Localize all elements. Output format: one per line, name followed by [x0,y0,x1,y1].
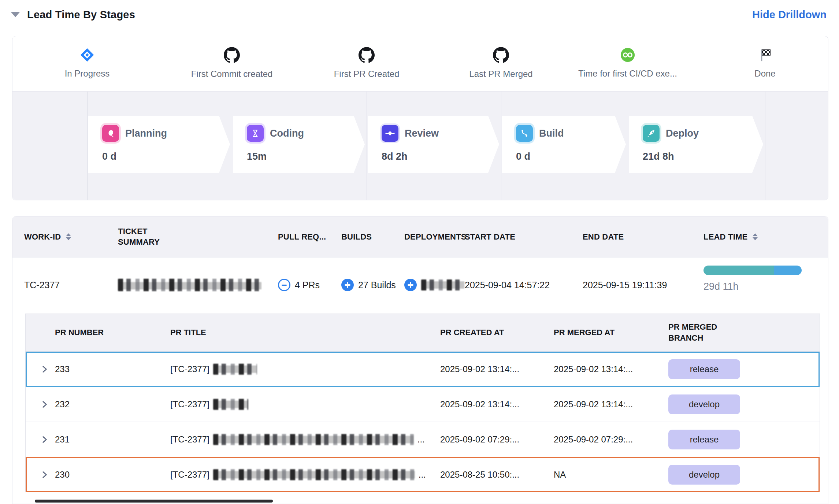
col-ticket-summary: TICKET SUMMARY [118,226,182,248]
milestone-first-pr: First PR Created [308,47,425,79]
rocket-icon [643,125,660,142]
stage-duration: 8d 2h [382,151,499,162]
pr-row-230[interactable]: 230 [TC-2377]... 2025-08-25 10:50:... NA… [26,457,820,492]
milestone-label: Last PR Merged [442,69,560,79]
pr-branch-cell: release [668,430,740,449]
milestone-label: Done [706,68,824,79]
horizontal-scrollbar-thumb[interactable] [35,500,273,503]
lead-time-value: 29d 11h [704,281,802,292]
hourglass-icon [247,125,264,142]
branch-badge: release [668,359,740,379]
stage-name: Review [405,128,439,139]
sort-icon[interactable] [66,233,71,240]
github-icon [358,47,375,63]
chevron-right-icon[interactable] [40,364,49,374]
build-icon [516,125,533,142]
col-pr-created-at: PR CREATED AT [440,328,504,337]
pr-branch-cell: develop [668,394,740,414]
col-pr-title: PR TITLE [170,328,206,337]
lead-bar-blue-segment [774,266,802,275]
milestone-label: First PR Created [308,69,425,79]
planning-icon [102,125,119,142]
stage-band: Planning 0 d Coding 15m Revi [12,91,828,200]
expand-deployments-icon[interactable] [404,279,417,291]
pr-created-at: 2025-08-25 10:50:... [440,470,519,480]
milestone-last-pr-merged: Last PR Merged [442,47,560,79]
milestone-label: First Commit created [173,69,290,79]
pr-row-233[interactable]: 233 [TC-2377] 2025-09-02 13:14:... 2025-… [26,352,820,387]
chevron-right-icon[interactable] [40,470,49,479]
stage-divider [628,92,628,200]
end-date: 2025-09-15 19:11:39 [583,280,667,290]
pr-created-at: 2025-09-02 13:14:... [440,399,519,410]
stage-divider [765,92,765,200]
pr-merged-at: 2025-09-02 13:14:... [554,399,633,410]
github-icon [493,47,509,63]
lead-time-drilldown-panel: Lead Time By Stages Hide Drilldown In Pr… [0,0,839,504]
review-icon [382,125,398,142]
work-items-table: WORK-ID TICKET SUMMARY PULL REQ... BUILD… [12,216,828,504]
pr-title: [TC-2377] [170,364,261,375]
stage-divider [367,92,367,200]
stage-duration: 15m [247,151,365,162]
pr-number: 230 [55,470,70,480]
work-id: TC-2377 [24,280,60,290]
pr-created-at: 2025-09-02 07:29:... [440,434,519,445]
milestone-cicd: Time for first CI/CD exe... [569,47,686,79]
branch-badge: develop [668,394,740,414]
pr-number: 232 [55,399,70,410]
stage-divider [232,92,232,200]
stage-deploy: Deploy 21d 8h [629,116,763,173]
stage-name: Coding [270,128,304,139]
pr-row-231[interactable]: 231 [TC-2377]... 2025-09-02 07:29:... 20… [26,422,820,457]
checkered-flag-icon [757,47,773,63]
milestone-done: Done [706,47,824,79]
milestone-label: In Progress [29,68,146,79]
branch-badge: develop [668,465,740,485]
stage-duration: 0 d [102,151,230,162]
col-pr-number: PR NUMBER [55,328,104,337]
cicd-icon [619,47,636,63]
lead-bar-teal-segment [704,266,774,275]
ticket-summary-redacted [118,279,261,291]
milestone-in-progress: In Progress [29,47,146,79]
col-work-id[interactable]: WORK-ID [24,232,71,242]
chevron-right-icon[interactable] [40,400,49,409]
deployments-redacted [421,279,464,290]
collapse-triangle-icon[interactable] [11,12,20,17]
stage-duration: 0 d [516,151,626,162]
pr-branch-cell: release [668,359,740,379]
milestone-label: Time for first CI/CD exe... [569,68,686,79]
pull-requests-toggle[interactable]: 4 PRs [278,279,320,291]
pr-merged-at: NA [554,470,566,480]
chevron-right-icon[interactable] [40,435,49,444]
pr-row-232[interactable]: 232 [TC-2377] 2025-09-02 13:14:... 2025-… [26,387,820,422]
pr-table-header: PR NUMBER PR TITLE PR CREATED AT PR MERG… [26,314,820,352]
pr-merged-at: 2025-09-02 13:14:... [554,364,633,374]
lead-time-cell: 29d 11h [704,266,802,292]
pr-table: PR NUMBER PR TITLE PR CREATED AT PR MERG… [25,314,820,492]
stage-name: Planning [125,128,167,139]
stage-divider [87,92,88,200]
pr-title-redacted [213,434,414,445]
pr-title-redacted [213,364,257,375]
stage-build: Build 0 d [502,116,626,173]
col-deployments: DEPLOYMENTS [404,232,467,242]
sort-icon[interactable] [753,233,758,240]
col-lead-time[interactable]: LEAD TIME [704,232,758,242]
pr-merged-at: 2025-09-02 07:29:... [554,434,633,445]
expand-builds-icon[interactable] [341,279,354,291]
deployments-toggle[interactable] [404,279,464,291]
hide-drilldown-link[interactable]: Hide Drilldown [752,9,827,21]
col-pr-merged-at: PR MERGED AT [554,328,615,337]
builds-toggle[interactable]: 27 Builds [341,279,396,291]
stage-review: Review 8d 2h [368,116,499,173]
branch-badge: release [668,430,740,449]
lead-time-bar [704,266,802,275]
collapse-prs-icon[interactable] [278,279,290,291]
work-item-row: TC-2377 4 PRs 27 Builds 2025-09-04 14:57… [12,257,828,312]
stage-divider [501,92,501,200]
milestone-first-commit: First Commit created [173,47,290,79]
start-date: 2025-09-04 14:57:22 [465,280,550,290]
pr-title: [TC-2377] [170,399,252,410]
